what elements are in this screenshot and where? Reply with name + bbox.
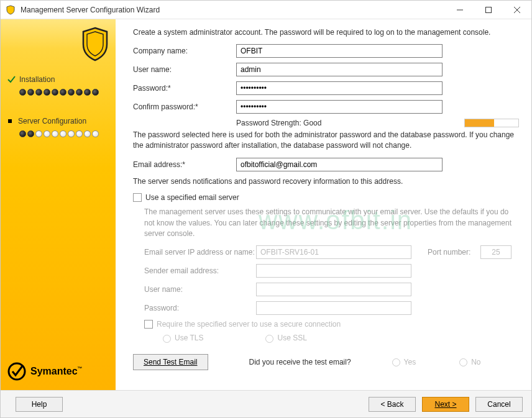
secure-conn-label: Require the specified server to use a se…: [157, 320, 341, 329]
window-title: Management Server Configuration Wizard: [21, 6, 446, 14]
footer: Help < Back Next > Cancel: [1, 390, 531, 417]
srv-pwd-input: [256, 301, 411, 315]
maximize-button[interactable]: [474, 1, 503, 19]
user-input[interactable]: [236, 63, 443, 76]
step-server-config: Server Configuration: [7, 117, 109, 137]
shield-wrap: [7, 27, 109, 64]
srv-user-label: User name:: [144, 285, 256, 294]
progress-dots-server: [19, 130, 109, 137]
password-label: Password:*: [133, 84, 236, 93]
use-email-server-checkbox[interactable]: [133, 193, 142, 202]
confirm-label: Confirm password:*: [133, 102, 236, 111]
yes-label: Yes: [404, 358, 416, 366]
password-input[interactable]: [236, 81, 443, 95]
email-label: Email address:*: [133, 160, 236, 169]
cancel-button[interactable]: Cancel: [475, 397, 523, 412]
intro-text: Create a system administrator account. T…: [133, 28, 519, 37]
ssl-label: Use SSL: [277, 334, 306, 342]
email-server-note: The management server uses these setting…: [144, 207, 519, 239]
sender-label: Sender email address:: [144, 266, 256, 275]
titlebar: Management Server Configuration Wizard: [1, 1, 531, 19]
back-button[interactable]: < Back: [369, 397, 416, 412]
user-label: User name:: [133, 65, 236, 74]
pwstrength-label: Password Strength: Good: [236, 119, 321, 127]
main: Installation Server Configuration Symant…: [1, 19, 531, 390]
use-email-server-label: Use a specified email server: [145, 193, 239, 202]
secure-conn-checkbox: [144, 320, 153, 329]
no-radio: [459, 358, 467, 366]
close-button[interactable]: [503, 1, 531, 19]
no-label: No: [471, 358, 480, 366]
check-icon: [7, 75, 16, 84]
tls-label: Use TLS: [175, 334, 203, 342]
email-server-section: The management server uses these setting…: [144, 207, 519, 343]
content: www.ofbit.in Create a system administrat…: [116, 19, 531, 390]
svg-rect-1: [486, 7, 492, 12]
yes-radio: [392, 358, 400, 366]
next-button[interactable]: Next >: [422, 397, 469, 412]
company-input[interactable]: [236, 44, 443, 58]
email-note: The server sends notifications and passw…: [133, 176, 519, 187]
help-button[interactable]: Help: [16, 397, 63, 412]
symantec-logo: Symantec™: [7, 361, 83, 381]
app-icon: [6, 5, 16, 15]
bullet-icon: [8, 119, 12, 123]
srv-pwd-label: Password:: [144, 304, 256, 312]
email-input[interactable]: [236, 158, 443, 171]
step-label: Installation: [19, 75, 55, 84]
symantec-brand-text: Symantec™: [30, 366, 83, 377]
step-installation: Installation: [7, 75, 109, 96]
srv-user-input: [256, 283, 411, 296]
send-test-email-button[interactable]: Send Test Email: [133, 354, 208, 370]
symantec-check-icon: [7, 361, 27, 381]
port-input: [480, 245, 511, 259]
sender-input: [256, 264, 411, 278]
ssl-radio: [265, 335, 273, 343]
pwstrength-meter: [464, 119, 519, 127]
tls-radio: [163, 335, 171, 343]
password-note: The password selected here is used for b…: [133, 130, 519, 152]
window-controls: [446, 1, 531, 19]
company-label: Company name:: [133, 47, 236, 55]
server-ip-input: [256, 245, 411, 259]
shield-icon: [81, 27, 109, 61]
progress-dots-installation: [19, 89, 109, 96]
confirm-input[interactable]: [236, 100, 443, 114]
server-ip-label: Email server IP address or name:: [144, 248, 256, 257]
port-label: Port number:: [428, 248, 480, 257]
test-question: Did you receive the test email?: [249, 358, 351, 366]
step-label: Server Configuration: [18, 117, 86, 125]
minimize-button[interactable]: [446, 1, 474, 19]
sidebar: Installation Server Configuration Symant…: [1, 19, 116, 390]
